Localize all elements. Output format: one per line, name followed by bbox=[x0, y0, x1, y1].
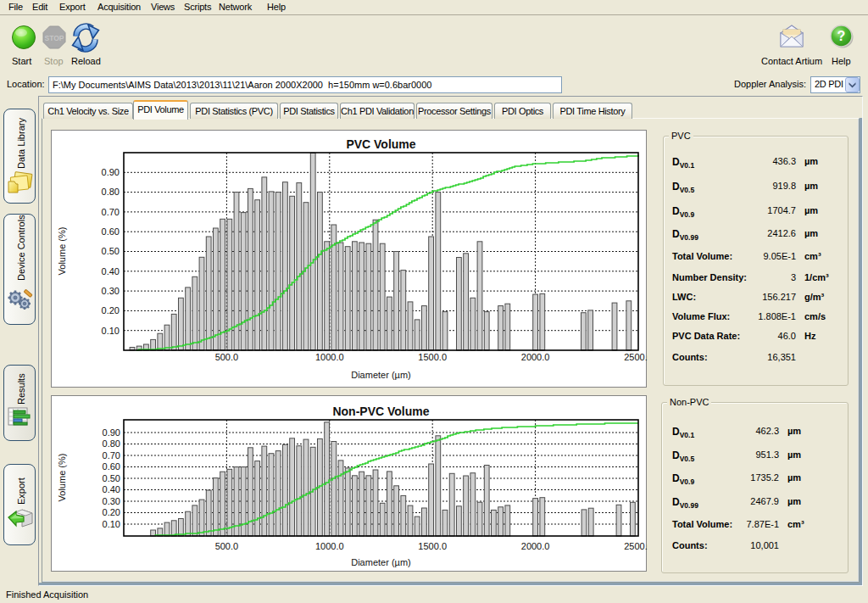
svg-text:0.10: 0.10 bbox=[102, 326, 120, 336]
svg-text:Non-PVC Volume: Non-PVC Volume bbox=[332, 405, 429, 418]
svg-text:0.10: 0.10 bbox=[103, 519, 120, 529]
svg-text:2500.0: 2500.0 bbox=[624, 541, 648, 551]
svg-text:0.40: 0.40 bbox=[103, 484, 120, 494]
svg-text:0.90: 0.90 bbox=[102, 167, 120, 177]
svg-text:1500.0: 1500.0 bbox=[418, 541, 447, 551]
svg-text:1000.0: 1000.0 bbox=[315, 541, 344, 551]
svg-text:Diameter (µm): Diameter (µm) bbox=[351, 370, 411, 380]
svg-text:500.0: 500.0 bbox=[215, 352, 239, 362]
svg-text:0.60: 0.60 bbox=[103, 461, 120, 472]
svg-text:Diameter (µm): Diameter (µm) bbox=[351, 557, 411, 567]
svg-text:0.80: 0.80 bbox=[102, 187, 120, 197]
svg-text:0.70: 0.70 bbox=[102, 207, 120, 217]
svg-text:0.60: 0.60 bbox=[102, 226, 120, 237]
svg-text:0.40: 0.40 bbox=[102, 266, 120, 276]
svg-text:Volume (%): Volume (%) bbox=[57, 454, 67, 502]
svg-text:PVC Volume: PVC Volume bbox=[346, 137, 415, 151]
svg-text:0.20: 0.20 bbox=[103, 507, 120, 517]
svg-text:1500.0: 1500.0 bbox=[418, 352, 447, 362]
svg-text:2000.0: 2000.0 bbox=[521, 352, 550, 362]
svg-text:0.20: 0.20 bbox=[102, 305, 120, 315]
svg-text:Volume (%): Volume (%) bbox=[57, 227, 67, 276]
svg-text:0.70: 0.70 bbox=[103, 450, 120, 461]
svg-text:0.30: 0.30 bbox=[102, 286, 120, 296]
svg-text:1000.0: 1000.0 bbox=[315, 352, 344, 362]
svg-text:0.80: 0.80 bbox=[103, 438, 120, 449]
svg-text:2000.0: 2000.0 bbox=[521, 541, 550, 551]
svg-text:STOP: STOP bbox=[45, 34, 64, 42]
svg-text:2500.0: 2500.0 bbox=[624, 352, 648, 362]
svg-text:0.90: 0.90 bbox=[103, 427, 120, 438]
svg-text:0.30: 0.30 bbox=[103, 496, 120, 506]
svg-text:500.0: 500.0 bbox=[215, 541, 239, 551]
svg-text:?: ? bbox=[837, 29, 846, 43]
svg-text:0.50: 0.50 bbox=[102, 246, 120, 256]
svg-text:0.50: 0.50 bbox=[103, 473, 120, 483]
